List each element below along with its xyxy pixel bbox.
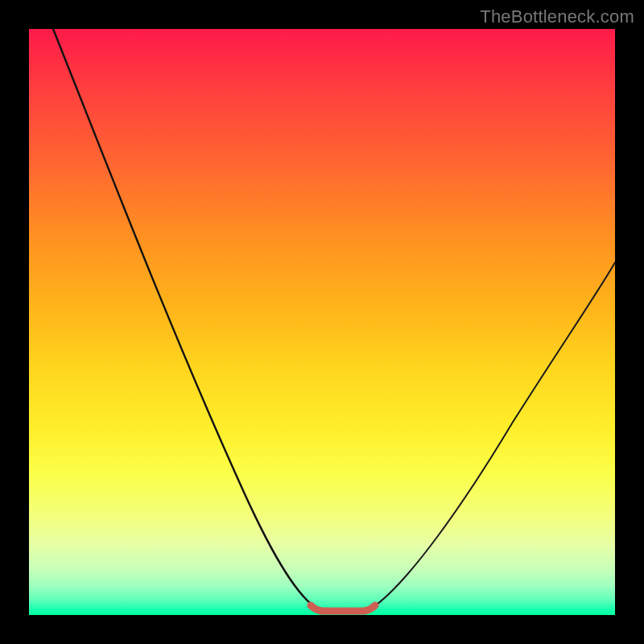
svg-point-1	[324, 609, 329, 613]
svg-point-3	[341, 609, 345, 613]
svg-point-6	[365, 608, 369, 613]
left-branch-curve	[53, 29, 315, 607]
curve-layer	[29, 29, 615, 615]
svg-point-0	[316, 608, 321, 613]
chart-frame: TheBottleneck.com	[0, 0, 644, 644]
right-branch-curve	[371, 262, 615, 609]
svg-point-5	[357, 609, 361, 613]
watermark-text: TheBottleneck.com	[480, 6, 634, 27]
plot-area	[29, 29, 615, 615]
svg-point-4	[349, 609, 353, 613]
svg-point-2	[332, 609, 337, 613]
